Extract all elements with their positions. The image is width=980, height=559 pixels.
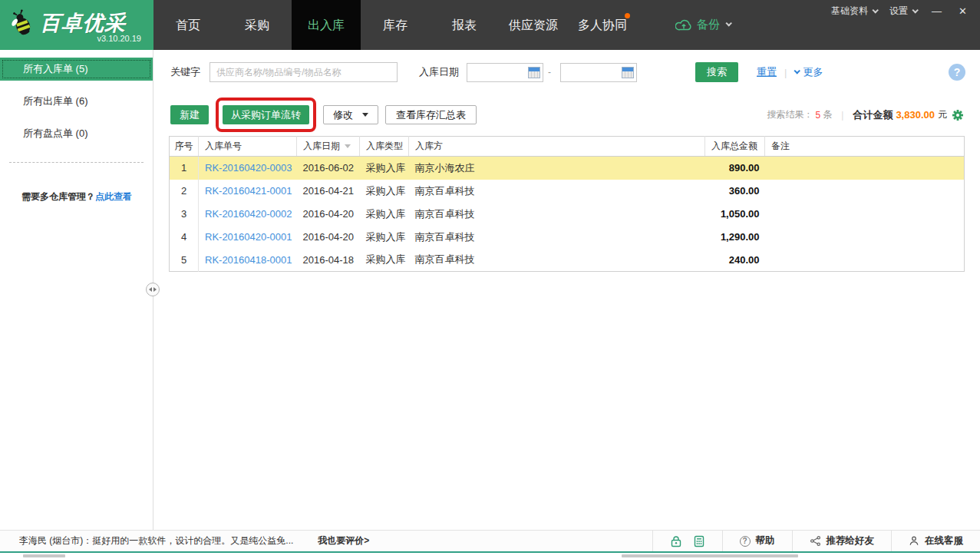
calculator-icon[interactable] — [693, 535, 705, 547]
sidebar-item-inbound-orders[interactable]: 所有入库单 (5) — [0, 58, 153, 81]
type-cell: 采购入库 — [360, 180, 409, 203]
order-link[interactable]: RK-20160421-0001 — [205, 185, 292, 197]
table-row[interactable]: 1 RK-20160420-0003 2016-06-02 采购入库 南京小海农… — [170, 157, 965, 180]
new-button[interactable]: 新建 — [170, 105, 209, 124]
table-row[interactable]: 3 RK-20160420-0002 2016-04-20 采购入库 南京百卓科… — [170, 203, 965, 226]
modify-dropdown-button[interactable]: 修改 — [323, 105, 378, 124]
modify-label: 修改 — [333, 108, 353, 122]
inbound-orders-table: 序号 入库单号 入库日期 入库类型 入库方 入库总金额 备注 — [169, 136, 965, 272]
clipped-window-fragment — [622, 554, 798, 557]
col-header-note: 备注 — [765, 137, 965, 157]
promo-link[interactable]: 点此查看 — [95, 191, 132, 202]
service-label: 在线客服 — [925, 534, 963, 547]
date-to-input[interactable] — [561, 64, 619, 81]
calendar-icon[interactable] — [622, 67, 634, 78]
footer-tools — [652, 531, 722, 551]
col-header-type: 入库类型 — [360, 137, 409, 157]
filter-bar: 关键字 入库日期 - 搜索 重置 | 更多 ? — [170, 62, 980, 82]
nav-home[interactable]: 首页 — [153, 0, 223, 50]
cloud-upload-icon — [675, 18, 692, 31]
type-cell: 采购入库 — [360, 203, 409, 226]
col-header-index: 序号 — [170, 137, 199, 157]
table-row[interactable]: 5 RK-20160418-0001 2016-04-18 采购入库 南京百卓科… — [170, 249, 965, 272]
from-purchase-order-button[interactable]: 从采购订单流转 — [223, 105, 309, 124]
table-row[interactable]: 2 RK-20160421-0001 2016-04-21 采购入库 南京百卓科… — [170, 180, 965, 203]
minimize-button[interactable]: — — [926, 5, 947, 17]
write-review-link[interactable]: 我也要评价> — [318, 534, 369, 547]
chevron-down-icon — [725, 20, 731, 26]
sidebar: 所有入库单 (5) 所有出库单 (6) 所有盘点单 (0) 需要多仓库管理？点此… — [0, 50, 153, 530]
party-cell: 南京百卓科技 — [409, 180, 705, 203]
amount-cell: 1,290.00 — [705, 226, 765, 249]
nav-reports[interactable]: 报表 — [430, 0, 499, 50]
promo-text: 需要多仓库管理？ — [21, 191, 95, 202]
sidebar-item-stocktake-orders[interactable]: 所有盘点单 (0) — [0, 122, 153, 145]
more-label: 更多 — [803, 65, 823, 79]
col-header-amount: 入库总金额 — [705, 137, 765, 157]
result-prefix: 搜索结果： — [767, 108, 813, 121]
sidebar-splitter-handle[interactable] — [146, 283, 160, 296]
user-review-text: 李海民 (烟台市)：挺好用的一款软件，设计的合理。又是纯公益免... — [0, 534, 293, 547]
sidebar-item-outbound-orders[interactable]: 所有出库单 (6) — [0, 90, 153, 113]
nav-inventory[interactable]: 库存 — [361, 0, 430, 50]
basic-data-label: 基础资料 — [831, 5, 868, 18]
app-logo: 百卓优采 v3.10.20.19 — [0, 0, 153, 50]
table-row[interactable]: 4 RK-20160420-0001 2016-04-20 采购入库 南京百卓科… — [170, 226, 965, 249]
nav-purchase[interactable]: 采购 — [223, 0, 292, 50]
recommend-button[interactable]: 推荐给好友 — [792, 531, 892, 551]
backup-menu[interactable]: 备份 — [675, 0, 731, 50]
app-version: v3.10.20.19 — [40, 34, 141, 43]
date-cell: 2016-04-20 — [297, 226, 360, 249]
index-cell: 4 — [170, 226, 199, 249]
top-right-menu: 基础资料 设置 — ✕ — [828, 3, 972, 19]
order-link[interactable]: RK-20160418-0001 — [205, 254, 292, 266]
settings-menu[interactable]: 设置 — [886, 3, 920, 19]
order-link[interactable]: RK-20160420-0003 — [205, 162, 292, 174]
caret-down-icon — [362, 113, 368, 117]
help-icon[interactable]: ? — [949, 64, 965, 81]
nav-in-out-warehouse[interactable]: 出入库 — [292, 0, 361, 50]
help-label: 帮助 — [756, 534, 775, 547]
amount-cell: 890.00 — [705, 157, 765, 180]
collapse-left-icon — [149, 287, 152, 292]
basic-data-menu[interactable]: 基础资料 — [828, 3, 880, 19]
view-inventory-summary-button[interactable]: 查看库存汇总表 — [385, 105, 477, 124]
type-cell: 采购入库 — [360, 249, 409, 272]
nav-collaboration[interactable]: 多人协同 — [568, 0, 637, 50]
main-content: 关键字 入库日期 - 搜索 重置 | 更多 ? 新建 — [153, 50, 980, 530]
type-cell: 采购入库 — [360, 226, 409, 249]
inbound-date-label: 入库日期 — [419, 65, 459, 79]
help-button[interactable]: ? 帮助 — [722, 531, 792, 551]
col-header-order-no: 入库单号 — [199, 137, 297, 157]
result-unit: 条 — [823, 108, 832, 121]
note-cell — [765, 180, 965, 203]
toolbar: 新建 从采购订单流转 修改 查看库存汇总表 搜索结果： 5 条 | 合计金额 3… — [170, 98, 980, 132]
note-cell — [765, 203, 965, 226]
person-icon — [909, 535, 919, 547]
search-button[interactable]: 搜索 — [695, 62, 738, 82]
amount-cell: 240.00 — [705, 249, 765, 272]
online-service-button[interactable]: 在线客服 — [891, 531, 980, 551]
keyword-input[interactable] — [210, 62, 398, 82]
footer-actions: ? 帮助 推荐给好友 — [652, 531, 980, 551]
calendar-icon[interactable] — [528, 67, 540, 78]
column-settings-gear-icon[interactable] — [952, 110, 963, 121]
date-from-field — [467, 63, 543, 82]
party-cell: 南京百卓科技 — [409, 249, 705, 272]
note-cell — [765, 226, 965, 249]
index-cell: 5 — [170, 249, 199, 272]
lock-icon[interactable] — [670, 535, 682, 547]
clipped-window-fragment — [23, 554, 65, 557]
order-link[interactable]: RK-20160420-0002 — [205, 208, 292, 220]
total-amount-label: 合计金额 — [853, 108, 893, 122]
nav-supply-resources[interactable]: 供应资源 — [499, 0, 568, 50]
more-link[interactable]: 更多 — [794, 65, 823, 79]
close-button[interactable]: ✕ — [953, 5, 972, 17]
top-navigation-bar: 百卓优采 v3.10.20.19 首页 采购 出入库 库存 报表 供应资源 多人… — [0, 0, 980, 50]
order-link[interactable]: RK-20160420-0001 — [205, 231, 292, 243]
date-from-input[interactable] — [467, 64, 526, 81]
nav-collaboration-label: 多人协同 — [578, 18, 627, 31]
note-cell — [765, 249, 965, 272]
reset-link[interactable]: 重置 — [757, 65, 777, 79]
col-header-date[interactable]: 入库日期 — [297, 137, 360, 157]
